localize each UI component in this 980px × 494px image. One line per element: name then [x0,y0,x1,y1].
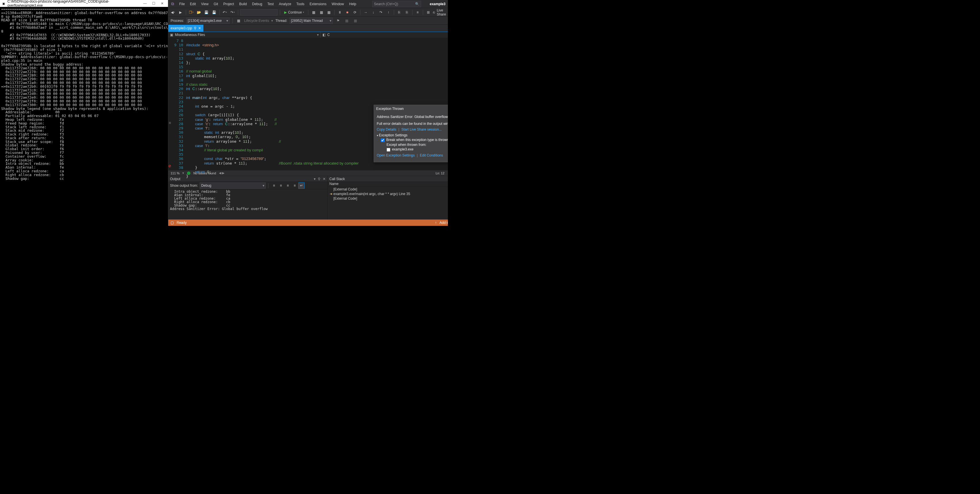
tb-icon-1[interactable]: ▦ [311,9,317,16]
callstack-col-name[interactable]: Name [329,182,448,187]
zoom-level[interactable]: 111 % [170,172,180,175]
continue-button[interactable]: ▶ Continue ▾ [282,9,306,16]
bottom-panels: Output ▾ ⚲ ✕ Show output from: Debug▾ [168,176,448,220]
output-btn-3[interactable]: ≡ [285,182,291,189]
process-combo[interactable]: [21304] example3.exe▾ [186,18,229,24]
tb-proc-c[interactable]: ▦ [352,18,359,24]
callstack-row[interactable]: [External Code] [328,187,448,191]
output-wrap-button[interactable]: ↵ [298,182,305,189]
back-button[interactable]: ◀ [170,9,176,16]
show-output-from-combo[interactable]: Debug▾ [200,182,266,189]
show-output-from-label: Show output from: [170,183,198,188]
output-title: Output [170,177,180,181]
continue-label: Continue [288,10,302,14]
callstack-row[interactable]: [External Code] [328,196,448,201]
callstack-row[interactable]: ➜example3.exe!main(int argc, char * * ar… [328,191,448,196]
doc-tab-example3[interactable]: example3.cpp ⚲ ✕ [168,25,204,32]
live-share-icon[interactable]: ⎋ [433,10,435,14]
menu-file[interactable]: File [177,1,187,7]
menu-help[interactable]: Help [347,1,359,7]
save-button[interactable]: 💾 [204,9,209,16]
navbar-scope-combo[interactable]: ▣Miscellaneous Files▾ [168,32,321,38]
vs-menubar: FileEditViewGitProjectBuildDebugTestAnal… [177,1,358,7]
open-exception-settings-link[interactable]: Open Exception Settings [377,153,415,158]
new-item-button[interactable]: ❐ [188,9,194,16]
output-btn-4[interactable]: ≡ [291,182,298,189]
tb-proc-b[interactable]: ▦ [344,18,350,24]
redo-button[interactable]: ↷ [229,9,235,16]
step-over-button[interactable]: ↷ [378,9,384,16]
tb-icon-d[interactable]: ⊞ [425,9,431,16]
tb-icon-2[interactable]: ▦ [318,9,324,16]
tb-icon-3[interactable]: ▦ [326,9,332,16]
stop-button[interactable]: ■ [344,9,350,16]
thread-value: [28952] Main Thread [291,19,323,23]
restart-button[interactable]: ⟳ [352,9,358,16]
output-pin-button[interactable]: ⚲ [318,177,320,181]
tb-icon-b[interactable]: ⎘ [404,9,410,16]
vs-search-box[interactable]: Search (Ctrl+Q) 🔍 [372,1,421,7]
error-glyph-icon[interactable]: ⊘ [168,164,171,168]
menu-test[interactable]: Test [265,1,276,7]
navbar-class-value: C [327,33,330,37]
callstack-rows[interactable]: [External Code]➜example3.exe!main(int ar… [328,187,448,220]
outlining-toggle-icon[interactable]: ⊟ [169,121,171,124]
except-item-input[interactable] [387,148,390,151]
output-dropdown-button[interactable]: ▾ [314,177,315,181]
live-share-label[interactable]: Live Share [437,8,448,16]
menu-project[interactable]: Project [221,1,236,7]
tb-icon-a[interactable]: ⎘ [396,9,402,16]
pause-button[interactable]: ⏸ [337,9,343,16]
menu-git[interactable]: Git [212,1,220,7]
save-all-button[interactable]: 💾 [211,9,217,16]
tb-proc-a[interactable]: ⚑ [335,18,341,24]
vs-titlebar[interactable]: ⧉ FileEditViewGitProjectBuildDebugTestAn… [168,0,448,8]
step-out-button[interactable]: ↑ [385,9,391,16]
forward-button[interactable]: ▶ [178,9,183,16]
pin-icon[interactable]: ⚲ [194,26,196,30]
callstack-title: Call Stack [329,177,345,181]
show-next-statement-button[interactable]: → [363,9,369,16]
solution-config-combo[interactable] [240,9,278,16]
caret-line[interactable]: Ln: 12 [436,172,444,175]
menu-analyze[interactable]: Analyze [277,1,294,7]
source-control-up-icon[interactable]: ↑ [435,221,437,225]
copy-details-link[interactable]: Copy Details [377,127,396,131]
start-live-share-link[interactable]: Start Live Share session... [402,127,442,131]
menu-extensions[interactable]: Extensions [307,1,329,7]
output-text[interactable]: Intra object redzone: bb ASan internal: … [168,189,327,220]
menu-debug[interactable]: Debug [250,1,264,7]
undo-button[interactable]: ↶ [222,9,228,16]
console-max-button[interactable]: ☐ [150,2,158,5]
status-ready: Ready [177,221,187,225]
add-to-source-control[interactable]: Add to Source Control [439,221,448,225]
menu-edit[interactable]: Edit [188,1,198,7]
output-btn-2[interactable]: ≡ [278,182,284,189]
navbar-class-combo[interactable]: ◧C▾ [321,32,448,38]
console-output[interactable]: ========================================… [0,7,168,226]
code-editor[interactable]: ⊟ ⊘ 7 8 9 10 11 12 13 14 15 16 17 18 19 … [168,38,448,170]
tb-icon-c[interactable]: ≡ [415,9,420,16]
output-btn-1[interactable]: ≡ [270,182,277,189]
except-item-checkbox[interactable]: example3.exe [387,147,448,151]
menu-window[interactable]: Window [329,1,346,7]
open-button[interactable]: 📂 [196,9,202,16]
menu-tools[interactable]: Tools [294,1,307,7]
menu-view[interactable]: View [199,1,211,7]
edit-conditions-link[interactable]: Edit Conditions [420,153,443,158]
cmd-icon: ▣ [2,2,6,5]
console-close-button[interactable]: ✕ [158,2,166,5]
output-close-button[interactable]: ✕ [323,177,326,181]
console-titlebar[interactable]: ▣ C:\MSDN\cpp-docs-pr\docs\c-language\AS… [0,0,168,7]
close-icon[interactable]: ✕ [198,26,201,30]
break-when-checkbox[interactable]: Break when this exception type is thrown [381,138,448,142]
search-icon: 🔍 [415,2,419,6]
lifecycle-icon[interactable]: ▦ [235,18,242,24]
menu-build[interactable]: Build [237,1,250,7]
vs-solution-name: example3 [421,2,448,6]
thread-combo[interactable]: [28952] Main Thread▾ [290,18,333,24]
step-into-button[interactable]: ↓ [370,9,376,16]
console-min-button[interactable]: — [141,2,149,5]
exception-settings-header[interactable]: Exception Settings [377,133,448,137]
break-when-input[interactable] [381,139,385,142]
